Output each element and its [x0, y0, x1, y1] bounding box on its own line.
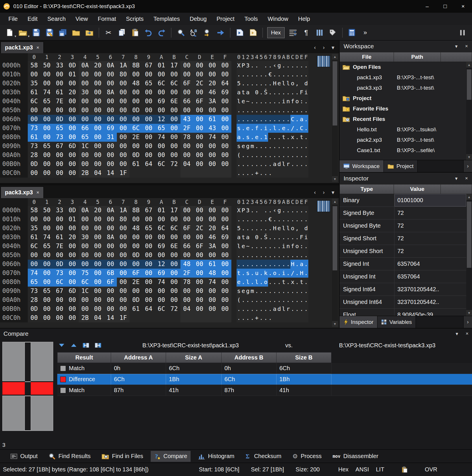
byte-cell[interactable]: 00 [104, 305, 117, 313]
byte-cell[interactable]: 00 [168, 233, 180, 242]
copy-section-right-icon[interactable] [94, 341, 102, 350]
ascii-cell[interactable]: . [263, 151, 268, 160]
ascii-cell[interactable]: ‹ [272, 206, 277, 215]
ascii-cell[interactable]: / [290, 124, 295, 133]
ascii-cell[interactable] [299, 79, 304, 88]
ascii-cell[interactable]: l [281, 160, 286, 169]
ascii-cell[interactable]: . [268, 224, 273, 233]
byte-cell[interactable]: 20 [206, 224, 219, 233]
inspector-value-cell[interactable]: 72 [394, 245, 466, 257]
ascii-cell[interactable] [250, 88, 255, 97]
byte-cell[interactable]: 6C [168, 79, 180, 88]
ascii-cell[interactable]: . [281, 260, 286, 269]
columns-button[interactable] [313, 26, 326, 39]
byte-cell[interactable]: 73 [53, 133, 66, 142]
ascii-cell[interactable]: . [299, 106, 304, 115]
goto-button[interactable] [214, 26, 227, 39]
ascii-cell[interactable] [259, 206, 264, 215]
compare-map[interactable] [0, 339, 57, 449]
ascii-cell[interactable]: . [304, 151, 309, 160]
ascii-cell[interactable]: . [255, 79, 259, 88]
byte-cell[interactable]: 00 [155, 287, 168, 296]
bottom-tab-find-results[interactable]: Find Results [45, 451, 94, 462]
ascii-cell[interactable]: . [286, 269, 291, 278]
ascii-cell[interactable]: ~ [246, 242, 250, 251]
ascii-cell[interactable]: a [299, 260, 304, 269]
byte-cell[interactable]: 04 [91, 169, 104, 178]
path-column-header[interactable]: Path [394, 52, 441, 62]
ascii-cell[interactable]: . [272, 242, 277, 251]
byte-cell[interactable]: 80 [117, 215, 130, 224]
ascii-cell[interactable]: . [281, 106, 286, 115]
byte-cell[interactable]: 00 [79, 215, 91, 224]
ascii-cell[interactable]: . [246, 313, 250, 322]
byte-cell[interactable]: 00 [66, 151, 79, 160]
byte-cell[interactable]: 00 [117, 242, 130, 251]
ascii-cell[interactable]: . [290, 151, 295, 160]
byte-cell[interactable]: 00 [193, 124, 206, 133]
ascii-cell[interactable]: . [241, 313, 246, 322]
ascii-cell[interactable]: . [255, 242, 259, 251]
byte-cell[interactable]: 1A [117, 61, 130, 70]
ascii-cell[interactable]: . [272, 115, 277, 124]
ascii-cell[interactable]: a [272, 160, 277, 169]
byte-cell[interactable]: 00 [168, 151, 180, 160]
byte-cell[interactable]: 00 [53, 251, 66, 260]
ascii-cell[interactable]: e [277, 224, 282, 233]
bottom-tab-histogram[interactable]: Histogram [195, 451, 238, 462]
ascii-cell[interactable]: . [237, 251, 241, 260]
ascii-cell[interactable]: . [263, 260, 268, 269]
ascii-cell[interactable]: . [246, 305, 250, 313]
byte-cell[interactable]: 65 [155, 124, 168, 133]
inspector-row[interactable]: Signed Int6357064 [340, 258, 466, 270]
ascii-cell[interactable]: C [290, 115, 295, 124]
ascii-cell[interactable]: . [290, 215, 295, 224]
byte-cell[interactable]: 6E [168, 97, 180, 106]
byte-cell[interactable]: 00 [142, 151, 155, 160]
ascii-cell[interactable]: / [290, 269, 295, 278]
byte-cell[interactable]: 00 [40, 79, 53, 88]
byte-cell[interactable]: 6C [79, 278, 91, 287]
bottom-tab-compare[interactable]: ?Compare [151, 451, 191, 462]
ascii-cell[interactable]: . [290, 296, 295, 305]
tree-file-row[interactable]: pack3.xp3B:\XP3-...t-test\ [340, 83, 466, 93]
ascii-cell[interactable]: . [250, 160, 255, 169]
byte-cell[interactable]: 74 [40, 88, 53, 97]
workspace-close-icon[interactable]: × [465, 43, 468, 49]
inspector-close-icon[interactable]: × [465, 176, 468, 181]
tab-scroll-left-icon[interactable]: ‹ [314, 44, 316, 51]
byte-cell[interactable]: 17 [168, 206, 180, 215]
scroll-down-icon[interactable]: ▼ [466, 154, 472, 160]
byte-cell[interactable]: 0D [130, 151, 142, 160]
byte-cell[interactable]: 00 [219, 296, 231, 305]
byte-cell[interactable]: 00 [66, 79, 79, 88]
ascii-cell[interactable]: d [304, 224, 309, 233]
ascii-cell[interactable]: , [295, 79, 300, 88]
status-charset[interactable]: ANSI [355, 466, 369, 473]
byte-cell[interactable]: 00 [91, 242, 104, 251]
byte-cell[interactable]: 00 [219, 287, 231, 296]
ascii-cell[interactable]: . [241, 278, 246, 287]
workspace-menu-icon[interactable]: ▾ [455, 43, 458, 49]
open-folder-button[interactable]: ▾ [16, 26, 30, 39]
byte-cell[interactable]: 00 [117, 106, 130, 115]
byte-cell[interactable]: 00 [79, 260, 91, 269]
byte-cell[interactable]: 00 [28, 106, 40, 115]
inspector-scrollbar[interactable]: ▲ ▼ [466, 194, 472, 316]
byte-cell[interactable]: 00 [28, 260, 40, 269]
byte-cell[interactable]: 00 [53, 79, 66, 88]
ascii-cell[interactable]: . [272, 88, 277, 97]
save-all-button[interactable] [56, 26, 69, 39]
ascii-cell[interactable]: l [281, 305, 286, 313]
ascii-cell[interactable]: k [263, 269, 268, 278]
byte-cell[interactable]: 66 [180, 242, 193, 251]
byte-cell[interactable]: 00 [40, 260, 53, 269]
ascii-cell[interactable]: . [272, 142, 277, 151]
ascii-cell[interactable]: e [241, 97, 246, 106]
ascii-cell[interactable]: . [246, 160, 250, 169]
ascii-cell[interactable]: . [295, 61, 300, 70]
byte-cell[interactable]: 00 [104, 296, 117, 305]
byte-cell[interactable]: 00 [79, 79, 91, 88]
ascii-cell[interactable]: . [286, 278, 291, 287]
byte-cell[interactable]: 8B [130, 61, 142, 70]
